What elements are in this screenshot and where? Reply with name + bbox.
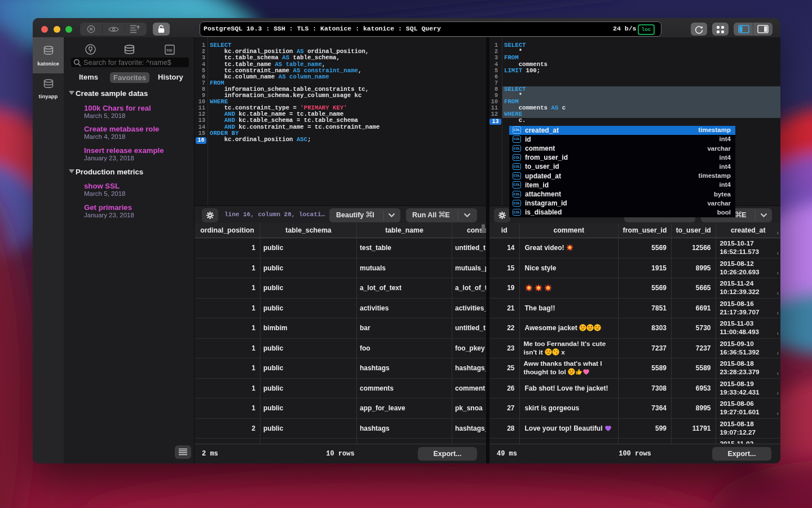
svg-text:SQL: SQL (166, 49, 173, 52)
